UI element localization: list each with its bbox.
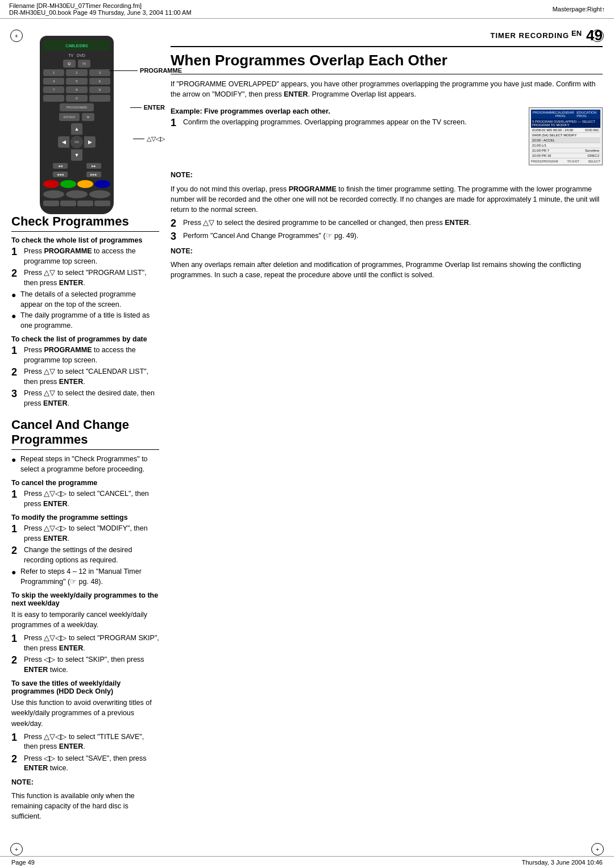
cancel-step1: 1 Press △▽◁▷ to select "CANCEL", then pr… <box>11 489 159 509</box>
note-text-left: This function is available only when the… <box>11 791 159 821</box>
right-column: TIMER RECORDING EN 49 When Programmes Ov… <box>165 19 603 841</box>
note2-text: When any overlaps remain after deletion … <box>171 260 603 280</box>
skip-heading: To skip the weekly/daily programmes to t… <box>11 591 159 607</box>
remote-prog-btn: PROGRAMME <box>60 103 94 111</box>
remote-power-btn: ⏻ <box>63 60 76 68</box>
arrows-label: △▽◁▷ <box>147 135 165 143</box>
remote-input-btn: IN <box>78 60 90 68</box>
intro-text: If "PROGRAMME OVERLAPPED" appears, you h… <box>171 79 603 99</box>
check-date-step1: 1 Press PROGRAMME to access the programm… <box>11 345 159 365</box>
skip-step2: 2 Press ◁▷ to select "SKIP", then press … <box>11 655 159 675</box>
big-heading: When Programmes Overlap Each Other <box>171 52 603 69</box>
page-header: TIMER RECORDING EN 49 <box>171 24 603 47</box>
save-step1: 1 Press △▽◁▷ to select "TITLE SAVE", the… <box>11 732 159 752</box>
modify-step2: 2 Change the settings of the desired rec… <box>11 545 159 565</box>
reg-mark-bl: + <box>10 843 23 856</box>
overlap-step1: 1 Confirm the overlapping programmes. Ov… <box>171 118 523 129</box>
check-whole-bullet1: ● The details of a selected programme ap… <box>11 290 159 310</box>
reg-mark-br: + <box>591 843 604 856</box>
left-column: CABLE/DBS TV DVD ⏻ IN 123 456 <box>11 19 165 841</box>
note-label-left: NOTE: <box>11 777 159 787</box>
en-label: EN <box>571 28 582 37</box>
cancel-change-bullet1: ● Repeat steps in "Check Programmes" to … <box>11 454 159 474</box>
save-intro: Use this function to avoid overwriting t… <box>11 698 159 728</box>
page-label: Page 49 <box>11 859 35 866</box>
check-whole-bullet2: ● The daily programme of a title is list… <box>11 311 159 331</box>
skip-step1: 1 Press △▽◁▷ to select "PROGRAM SKIP", t… <box>11 633 159 653</box>
main-content: CABLE/DBS TV DVD ⏻ IN 123 456 <box>0 19 614 841</box>
remote-control: CABLE/DBS TV DVD ⏻ IN 123 456 <box>40 36 114 214</box>
bookref-label: DR-MH30EU_00.book Page 49 Thursday, June… <box>9 9 192 16</box>
check-date-step3: 3 Press △▽ to select the desired date, t… <box>11 389 159 408</box>
cancel-change-title: Cancel And Change Programmes <box>11 418 159 450</box>
check-whole-step2: 2 Press △▽ to select "PROGRAM LIST", the… <box>11 268 159 288</box>
programme-label: PROGRAMME <box>140 67 182 74</box>
skip-intro: It is easy to temporarily cancel weekly/… <box>11 610 159 630</box>
date-label: Thursday, 3 June 2004 10:46 <box>522 859 603 866</box>
note-label-r1: NOTE: <box>171 170 603 180</box>
example-heading: Example: Five programmes overlap each ot… <box>171 107 523 115</box>
cancel-heading: To cancel the programme <box>11 479 159 487</box>
remote-menu-btn: M <box>82 113 94 121</box>
filename-label: Filename [DR-MH30EU_07Timer Recording.fm… <box>9 2 192 9</box>
remote-illustration: CABLE/DBS TV DVD ⏻ IN 123 456 <box>11 30 159 214</box>
bottom-bar: Page 49 Thursday, 3 June 2004 10:46 <box>0 856 614 868</box>
check-date-step2: 2 Press △▽ to select "CALENDAR LIST", th… <box>11 367 159 387</box>
modify-heading: To modify the programme settings <box>11 514 159 521</box>
save-heading: To save the titles of weekly/daily progr… <box>11 679 159 695</box>
overlap-step3: 3 Perform "Cancel And Change Programmes"… <box>171 231 603 243</box>
note1-text: If you do not mind this overlap, press P… <box>171 184 603 215</box>
remote-enter-btn: ENTER <box>59 113 80 121</box>
modify-bullet: ● Refer to steps 4 – 12 in "Manual Timer… <box>11 567 159 587</box>
save-step2: 2 Press ◁▷ to select "SAVE", then press … <box>11 754 159 774</box>
enter-label: ENTER <box>144 104 165 111</box>
modify-step1: 1 Press △▽◁▷ to select "MODIFY", then pr… <box>11 524 159 544</box>
masterpage-label: Masterpage:Right↑ <box>553 6 605 12</box>
check-whole-step1: 1 Press PROGRAMME to access the programm… <box>11 247 159 266</box>
check-date-heading: To check the list of programmes by date <box>11 335 159 343</box>
overlap-step2: 2 Press △▽ to select the desired program… <box>171 218 603 229</box>
check-whole-heading: To check the whole list of programmes <box>11 236 159 244</box>
timer-recording-label: TIMER RECORDING <box>491 31 570 40</box>
top-bar: Filename [DR-MH30EU_07Timer Recording.fm… <box>0 0 614 19</box>
remote-display: CABLE/DBS <box>43 40 110 51</box>
reg-mark-tr: + <box>591 30 604 42</box>
overlap-screen: PROGRAMMECALENDAR PROGEDUCATION PROG 5 P… <box>529 107 603 165</box>
remote-numpad: 123 456 789 0 <box>43 69 110 102</box>
remote-bottom-btns <box>43 180 110 188</box>
check-programmes-title: Check Programmes <box>11 214 159 232</box>
note-label-r2: NOTE: <box>171 246 603 256</box>
